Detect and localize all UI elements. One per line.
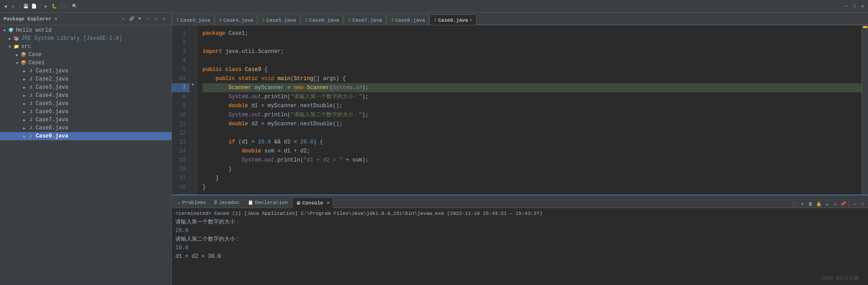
console-terminate-icon[interactable]: ⬛ — [791, 200, 798, 208]
console-word-wrap-icon[interactable]: ↵ — [823, 200, 830, 208]
case7java-label: Case7.java — [36, 117, 68, 123]
case7java-icon: J — [27, 116, 34, 124]
gutter-3 — [190, 43, 197, 52]
tree-item-case6java[interactable]: ▶ J Case6.java — [0, 108, 171, 116]
toolbar-sep-1 — [19, 2, 20, 10]
gutter-16 — [190, 161, 197, 170]
console-minimize-icon[interactable]: — — [851, 200, 858, 208]
tab-problems[interactable]: ⚠ Problems — [174, 197, 210, 208]
main-toolbar: ◀ ▷ 💾 📄 ▶ 🐛 ⬛ 🔍 — □ ✕ — [0, 0, 868, 13]
tab-case6[interactable]: J Case6.java — [301, 14, 343, 25]
watermark: CSDN @云云豆酱 — [821, 275, 859, 281]
case6java-arrow: ▶ — [22, 110, 27, 114]
line-num-17: 17 — [172, 174, 189, 183]
debug-icon[interactable]: 🐛 — [51, 3, 58, 10]
tab-case7[interactable]: J Case7.java — [344, 14, 386, 25]
gutter-14 — [190, 143, 197, 152]
case8java-arrow: ▶ — [22, 126, 27, 130]
forward-icon[interactable]: ▷ — [10, 3, 17, 10]
sidebar-minimize-icon[interactable]: — — [144, 15, 151, 23]
back-icon[interactable]: ◀ — [2, 3, 9, 10]
console-maximize-icon[interactable]: □ — [859, 200, 866, 208]
case8java-label: Case8.java — [36, 125, 68, 131]
tab-console[interactable]: 🖥 Console ✕ — [292, 197, 334, 208]
code-line-18: } — [203, 183, 862, 192]
line-num-14: 14 — [172, 147, 189, 156]
gutter-5 — [190, 62, 197, 71]
link-editor-icon[interactable]: 🔗 — [128, 15, 135, 23]
javadoc-tab-label: Javadoc — [219, 200, 240, 205]
console-line-4: 10.0 — [175, 244, 864, 252]
line-num-6: 6⊕ — [172, 74, 189, 83]
save-icon[interactable]: 💾 — [22, 3, 29, 10]
sidebar-close-icon[interactable]: ✕ — [160, 15, 168, 23]
search-icon[interactable]: 🔍 — [71, 3, 78, 10]
tab-case9[interactable]: J Case9.java ✕ — [429, 14, 476, 25]
sidebar-maximize-icon[interactable]: □ — [152, 15, 160, 23]
gutter-19 — [190, 188, 197, 195]
bottom-tab-bar: ⚠ Problems @ Javadoc 📋 Declaration 🖥 Con… — [172, 195, 868, 208]
case1java-icon: J — [27, 67, 34, 75]
code-line-10: System.out.println("请输入第二个数字的大小："); — [203, 110, 862, 119]
console-pin-icon[interactable]: 📌 — [840, 200, 847, 208]
tree-item-case1java[interactable]: ▶ J Case1.java — [0, 67, 171, 75]
console-remove-launch-icon[interactable]: ✕ — [799, 200, 806, 208]
sidebar-menu-icon[interactable]: ▼ — [136, 15, 143, 23]
tree-item-case-pkg[interactable]: ▶ 📦 Case — [0, 51, 171, 59]
tree-item-case9java[interactable]: ▶ J Case9.java — [0, 132, 171, 140]
gutter-8 — [190, 89, 197, 98]
case9-tab-close[interactable]: ✕ — [470, 18, 472, 23]
tab-case5[interactable]: J Case5.java — [258, 14, 300, 25]
line-num-15: 15 — [172, 156, 189, 165]
maximize-icon[interactable]: □ — [851, 3, 858, 10]
tree-item-case5java[interactable]: ▶ J Case5.java — [0, 100, 171, 108]
gutter-9 — [190, 98, 197, 107]
case4-tab-icon: J — [219, 18, 222, 23]
case4java-icon: J — [27, 92, 34, 99]
stop-icon[interactable]: ⬛ — [59, 3, 66, 10]
tree-item-src[interactable]: ▼ 📁 src — [0, 43, 171, 51]
close-icon[interactable]: ✕ — [859, 3, 866, 10]
line-num-12: 12 — [172, 128, 189, 138]
tab-declaration[interactable]: 📋 Declaration — [244, 197, 292, 208]
console-clear-icon[interactable]: 🗑 — [807, 200, 814, 208]
code-line-6: public static void main(String[] args) { — [203, 74, 862, 83]
tab-case4[interactable]: J Case4.java — [215, 14, 257, 25]
declaration-tab-icon: 📋 — [248, 200, 253, 205]
tree-item-case7java[interactable]: ▶ J Case7.java — [0, 116, 171, 124]
run-icon[interactable]: ▶ — [42, 3, 50, 10]
main-container: Package Explorer ✕ ⇐ 🔗 ▼ — □ ✕ ▼ 🌍 Hello… — [0, 13, 868, 285]
gutter-1 — [190, 25, 197, 34]
tab-case8[interactable]: J Case8.java — [387, 14, 429, 25]
case8-tab-icon: J — [391, 18, 393, 23]
problems-tab-label: Problems — [182, 200, 206, 205]
editor-area: J Case3.java J Case4.java J Case5.java J… — [172, 13, 868, 285]
console-sep — [849, 201, 849, 207]
console-open-icon[interactable]: ↗ — [831, 200, 839, 208]
sidebar-title: Package Explorer ✕ — [4, 16, 57, 22]
tree-item-jre[interactable]: ▶ 📚 JRE System Library [JavaSE-1.8] — [0, 34, 171, 43]
tree-item-case1-pkg[interactable]: ▼ 📦 Case1 — [0, 59, 171, 67]
tree-item-case3java[interactable]: ▶ J Case3.java — [0, 83, 171, 91]
console-scroll-lock-icon[interactable]: 🔒 — [815, 200, 822, 208]
gutter-17 — [190, 170, 197, 179]
new-icon[interactable]: 📄 — [30, 3, 38, 10]
tree-item-helloworld[interactable]: ▼ 🌍 Hello world — [0, 26, 171, 34]
tree-item-case4java[interactable]: ▶ J Case4.java — [0, 91, 171, 100]
tab-javadoc[interactable]: @ Javadoc — [210, 197, 244, 208]
case4java-arrow: ▶ — [22, 94, 27, 98]
minimize-icon[interactable]: — — [843, 3, 850, 10]
console-tab-close[interactable]: ✕ — [327, 200, 329, 205]
tree-item-case2java[interactable]: ▶ J Case2.java — [0, 75, 171, 83]
line-num-5: 5 — [172, 65, 189, 74]
package-explorer-tree: ▼ 🌍 Hello world ▶ 📚 JRE System Library [… — [0, 25, 171, 285]
code-editor[interactable]: 1 2 3 4 5 6⊕ 7 8 9 10 11 12 13 14 15 16 — [172, 25, 868, 195]
tree-item-case8java[interactable]: ▶ J Case8.java — [0, 124, 171, 132]
code-gutter: ▶ — [190, 25, 197, 195]
tab-case3[interactable]: J Case3.java — [172, 14, 214, 25]
case1-pkg-arrow: ▼ — [14, 61, 20, 65]
gutter-12 — [190, 125, 197, 134]
code-content[interactable]: package Case1; import java.util.Scanner;… — [197, 25, 862, 195]
code-line-3: import java.util.Scanner; — [203, 47, 862, 56]
collapse-all-icon[interactable]: ⇐ — [120, 15, 127, 23]
